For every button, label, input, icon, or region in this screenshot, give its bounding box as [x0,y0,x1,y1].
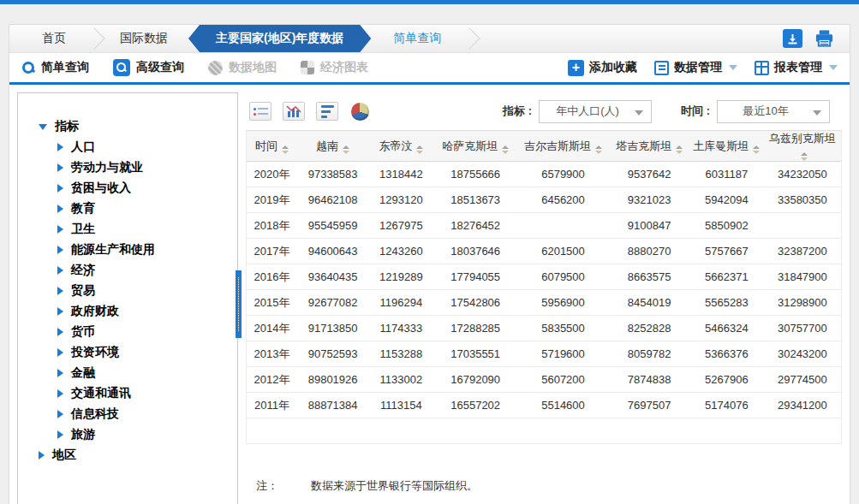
expand-arrow-icon[interactable] [57,246,63,254]
time-label: 时间 : [681,104,710,119]
tree-item[interactable]: 政府财政 [57,301,237,322]
expand-arrow-icon[interactable] [39,451,45,460]
expand-arrow-icon[interactable] [57,143,63,151]
toolbar: 简单查询 高级查询 数据地图 经济图表 + 添加收藏 数据管理 [9,53,850,82]
table-cell: 8663575 [609,264,689,290]
table-cell: 32387200 [764,239,841,264]
tree-item[interactable]: 交通和通讯 [57,383,237,404]
breadcrumb-international-data[interactable]: 国际数据 [98,25,190,52]
expand-arrow-icon[interactable] [57,410,63,418]
table-cell: 17288285 [434,316,517,341]
table-cell: 1293120 [368,187,433,213]
table-cell: 1153288 [368,341,433,367]
column-header[interactable]: 越南 [297,131,368,162]
table-cell: 18037646 [434,239,517,264]
view-pie-chart-button[interactable] [349,101,370,122]
download-icon [787,33,798,44]
tree-item[interactable]: 信息科技 [57,404,237,424]
table-cell: 1196294 [368,290,433,316]
expand-arrow-icon[interactable] [57,348,63,357]
expand-arrow-icon[interactable] [57,266,63,275]
collapse-arrow-icon[interactable] [39,124,47,130]
breadcrumb-simple-query[interactable]: 简单查询 [371,25,463,52]
table-cell: 29774500 [764,367,841,393]
tree-item[interactable]: 经济 [57,260,237,281]
table-cell: 2018年 [247,213,297,239]
sort-icon[interactable] [282,145,289,154]
print-button[interactable] [814,29,834,48]
column-header[interactable]: 塔吉克斯坦 [609,131,689,162]
column-header[interactable]: 乌兹别克斯坦 [764,131,841,162]
table-cell: 1243260 [368,239,433,264]
add-favorite-button[interactable]: + 添加收藏 [568,60,637,76]
sort-icon[interactable] [416,145,423,154]
expand-arrow-icon[interactable] [57,430,63,439]
expand-arrow-icon[interactable] [57,287,63,295]
download-button[interactable] [783,29,802,48]
tree-root-indicators[interactable]: 指标 [39,116,237,137]
table-cell: 34232050 [764,162,841,187]
column-header[interactable]: 时间 [247,131,297,162]
time-select[interactable]: 最近10年 [717,100,830,123]
toolbar-advanced-query[interactable]: 高级查询 [113,59,184,76]
tree-item[interactable]: 劳动力与就业 [57,157,237,178]
indicator-select[interactable]: 年中人口(人) [539,100,652,123]
toolbar-simple-query[interactable]: 简单查询 [21,60,89,75]
page-container: 首页 国际数据 主要国家(地区)年度数据 简单查询 [9,24,850,504]
report-management-menu[interactable]: 报表管理 [755,60,838,75]
sort-icon[interactable] [502,145,509,154]
tree-item[interactable]: 能源生产和使用 [57,240,237,260]
sort-icon[interactable] [753,145,760,154]
table-cell: 2016年 [247,264,297,290]
sort-icon[interactable] [676,145,683,154]
breadcrumb-home[interactable]: 首页 [20,25,88,52]
table-cell: 8252828 [609,316,689,341]
tree-item[interactable]: 货币 [57,322,237,342]
sort-icon[interactable] [595,145,602,154]
footnote-text: 数据来源于世界银行等国际组织。 [311,478,478,494]
column-header[interactable]: 哈萨克斯坦 [434,131,517,162]
view-list-button[interactable] [249,102,271,121]
table-cell: 90752593 [297,341,368,367]
table-row: 2018年95545959126797518276452910084758509… [247,213,841,239]
expand-arrow-icon[interactable] [57,184,63,193]
expand-arrow-icon[interactable] [57,163,63,172]
expand-arrow-icon[interactable] [57,225,63,234]
view-column-chart-button[interactable] [283,102,305,121]
main-panel: 指标 : 年中人口(人) 时间 : 最近10年 时间越南东帝汶哈萨克斯坦吉尔吉斯… [246,92,842,504]
tree-item[interactable]: 教育 [57,199,237,219]
table-cell: 1267975 [368,213,433,239]
data-management-menu[interactable]: 数据管理 [654,60,737,75]
table-cell: 30757700 [764,316,841,341]
pie-chart-icon [351,103,369,121]
expand-arrow-icon[interactable] [57,369,63,377]
column-header[interactable]: 吉尔吉斯斯坦 [517,131,610,162]
tree-item[interactable]: 投资环境 [57,342,237,363]
table-cell: 7697507 [609,393,689,418]
tree-item[interactable]: 贫困与收入 [57,178,237,199]
table-cell: 29341200 [764,393,841,418]
tree-item[interactable]: 贸易 [57,281,237,301]
sort-icon[interactable] [801,152,808,161]
expand-arrow-icon[interactable] [57,205,63,213]
window-actions [783,25,850,52]
table-cell: 1113154 [368,393,433,418]
table-cell: 93640435 [297,264,368,290]
column-header[interactable]: 东帝汶 [368,131,433,162]
table-cell: 96462108 [297,187,368,213]
search-icon [21,61,35,74]
expand-arrow-icon[interactable] [57,307,63,316]
tree-root-regions[interactable]: 地区 [39,445,237,465]
sort-icon[interactable] [343,145,349,154]
breadcrumb-annual-data-active[interactable]: 主要国家(地区)年度数据 [188,25,371,52]
view-bar-chart-button[interactable] [316,102,338,121]
tree-item[interactable]: 卫生 [57,219,237,240]
expand-arrow-icon[interactable] [57,328,63,336]
column-header[interactable]: 土库曼斯坦 [689,131,764,162]
tree-item[interactable]: 金融 [57,363,237,383]
table-cell: 6201500 [517,239,610,264]
sidebar-collapse-handle[interactable] [236,270,242,338]
expand-arrow-icon[interactable] [57,389,63,398]
tree-item[interactable]: 旅游 [57,424,237,445]
tree-item[interactable]: 人口 [57,137,237,157]
